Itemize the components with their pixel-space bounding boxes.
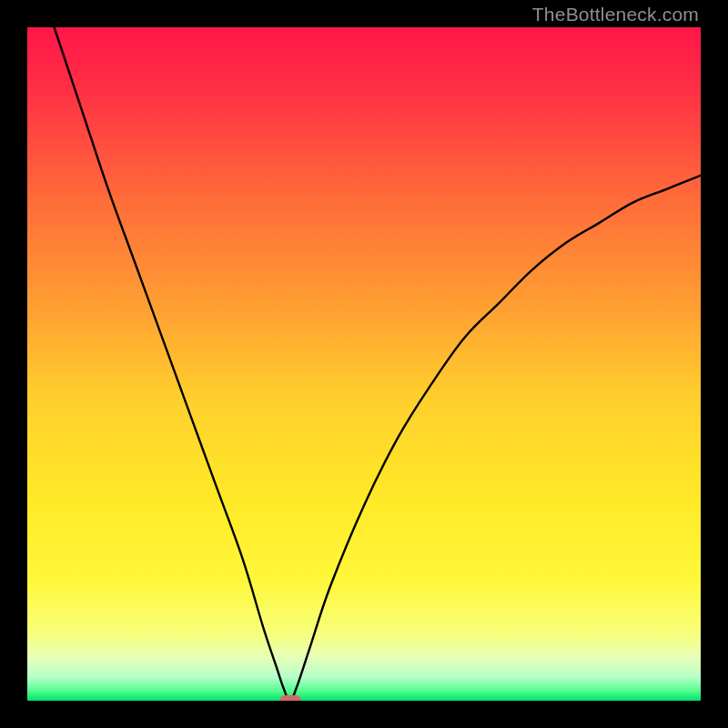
chart-frame: TheBottleneck.com xyxy=(0,0,728,728)
watermark-text: TheBottleneck.com xyxy=(532,4,699,25)
bottleneck-curve xyxy=(55,27,701,701)
minimum-marker xyxy=(279,695,301,701)
plot-area xyxy=(27,27,701,701)
curve-layer xyxy=(27,27,701,701)
